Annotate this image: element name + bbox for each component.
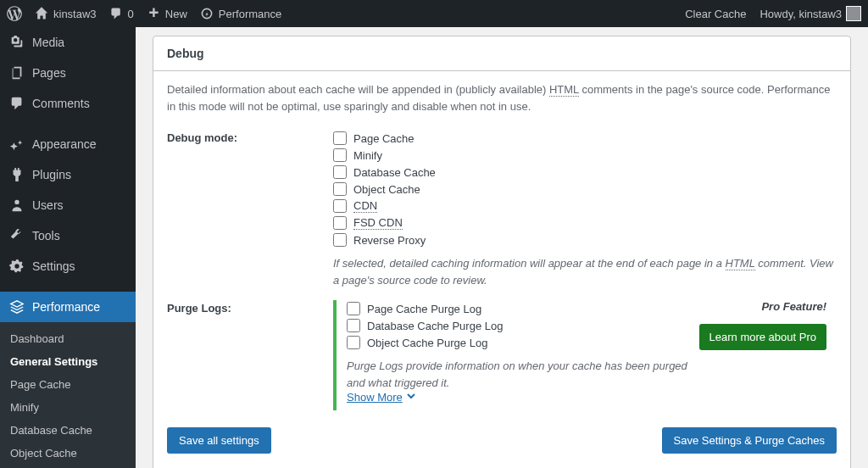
sidebar-item-label: Appearance: [32, 137, 97, 151]
checkbox-cdn[interactable]: [333, 199, 347, 213]
submenu-dashboard[interactable]: Dashboard: [0, 327, 136, 350]
home-icon: [34, 6, 49, 21]
new-label: New: [165, 8, 187, 20]
comments-icon: [8, 95, 25, 112]
wordpress-icon: [7, 6, 22, 21]
debug-mode-label: Debug mode:: [167, 130, 320, 144]
comments-count: 0: [128, 8, 134, 20]
new-link[interactable]: New: [146, 6, 187, 21]
sidebar-item-label: Performance: [32, 300, 100, 314]
sidebar-item-label: Plugins: [32, 168, 71, 181]
learn-more-pro-button[interactable]: Learn more about Pro: [699, 324, 826, 350]
submenu-general-settings[interactable]: General Settings: [0, 350, 136, 373]
tools-icon: [8, 227, 25, 244]
show-more-link[interactable]: Show More: [347, 391, 416, 404]
sidebar-item-label: Settings: [32, 259, 75, 273]
sidebar-item-users[interactable]: Users: [0, 190, 136, 220]
performance-label: Performance: [219, 8, 281, 20]
plus-icon: [146, 6, 161, 21]
pages-icon: [8, 64, 25, 81]
sidebar-item-settings[interactable]: Settings: [0, 251, 136, 281]
sidebar-item-label: Comments: [32, 97, 90, 110]
check-page-cache-purge[interactable]: Page Cache Purge Log: [347, 300, 826, 317]
pro-feature-tag: Pro Feature!: [761, 300, 826, 313]
sidebar-item-media[interactable]: Media: [0, 27, 136, 58]
debug-hint: If selected, detailed caching informatio…: [333, 255, 837, 288]
checkbox-minify[interactable]: [333, 148, 347, 162]
admin-topbar: kinstaw3 0 New Performance Clear Cache H…: [0, 0, 868, 27]
check-minify[interactable]: Minify: [333, 147, 837, 164]
check-database-cache[interactable]: Database Cache: [333, 164, 837, 181]
performance-menu-icon: [8, 298, 25, 315]
howdy-link[interactable]: Howdy, kinstaw3: [760, 6, 861, 21]
plugins-icon: [8, 166, 25, 183]
site-link[interactable]: kinstaw3: [34, 6, 97, 21]
performance-submenu: Dashboard General Settings Page Cache Mi…: [0, 322, 136, 468]
purge-logs-row: Purge Logs: Pro Feature! Learn more abou…: [167, 300, 837, 410]
wp-logo[interactable]: [7, 6, 22, 21]
performance-link[interactable]: Performance: [199, 6, 281, 21]
sidebar-item-comments[interactable]: Comments: [0, 88, 136, 119]
performance-icon: [199, 6, 214, 21]
clear-cache-link[interactable]: Clear Cache: [685, 8, 746, 20]
panel-title: Debug: [153, 36, 850, 71]
panel-description: Detailed information about each cache wi…: [167, 81, 837, 114]
content-area: Debug Detailed information about each ca…: [136, 27, 868, 468]
checkbox-page-cache[interactable]: [333, 131, 347, 145]
checkbox-reverse-proxy[interactable]: [333, 233, 347, 247]
media-icon: [8, 34, 25, 51]
sidebar-item-performance[interactable]: Performance: [0, 292, 136, 322]
appearance-icon: [8, 136, 25, 153]
debug-panel: Debug Detailed information about each ca…: [153, 36, 851, 468]
purge-logs-label: Purge Logs:: [167, 300, 320, 315]
chevron-down-icon: [406, 391, 416, 404]
sidebar-item-appearance[interactable]: Appearance: [0, 129, 136, 159]
sidebar-item-pages[interactable]: Pages: [0, 58, 136, 88]
howdy-text: Howdy, kinstaw3: [760, 8, 842, 20]
site-name: kinstaw3: [53, 8, 97, 20]
debug-mode-row: Debug mode: Page Cache Minify Database C…: [167, 130, 837, 288]
users-icon: [8, 197, 25, 214]
checkbox-object-cache[interactable]: [333, 182, 347, 196]
submenu-database-cache[interactable]: Database Cache: [0, 419, 136, 442]
html-abbr: HTML: [549, 83, 579, 97]
check-reverse-proxy[interactable]: Reverse Proxy: [333, 231, 837, 248]
submenu-browser-cache[interactable]: Browser Cache: [0, 465, 136, 468]
sidebar-item-tools[interactable]: Tools: [0, 220, 136, 251]
sidebar-item-label: Media: [32, 36, 64, 49]
checkbox-database-cache-purge[interactable]: [347, 319, 360, 332]
submenu-minify[interactable]: Minify: [0, 396, 136, 419]
action-buttons: Save all settings Save Settings & Purge …: [167, 427, 837, 454]
submenu-object-cache[interactable]: Object Cache: [0, 442, 136, 465]
purge-box: Pro Feature! Learn more about Pro Page C…: [333, 300, 837, 410]
avatar: [846, 6, 861, 21]
checkbox-database-cache[interactable]: [333, 165, 347, 179]
save-purge-button[interactable]: Save Settings & Purge Caches: [662, 427, 837, 454]
check-fsd-cdn[interactable]: FSD CDN: [333, 214, 837, 231]
checkbox-fsd-cdn[interactable]: [333, 216, 347, 230]
checkbox-object-cache-purge[interactable]: [347, 336, 360, 349]
sidebar-item-label: Pages: [32, 66, 66, 80]
checkbox-page-cache-purge[interactable]: [347, 302, 360, 315]
comment-icon: [108, 6, 124, 21]
settings-icon: [8, 258, 25, 275]
submenu-page-cache[interactable]: Page Cache: [0, 373, 136, 396]
sidebar-item-label: Users: [32, 198, 64, 212]
check-cdn[interactable]: CDN: [333, 198, 837, 214]
comments-link[interactable]: 0: [108, 6, 134, 21]
admin-sidebar: Media Pages Comments Appearance Plugins …: [0, 27, 136, 468]
sidebar-item-label: Tools: [32, 229, 60, 242]
check-page-cache[interactable]: Page Cache: [333, 130, 837, 147]
save-all-button[interactable]: Save all settings: [167, 427, 271, 454]
purge-hint: Purge Logs provide information on when y…: [347, 358, 703, 391]
sidebar-item-plugins[interactable]: Plugins: [0, 159, 136, 190]
check-object-cache[interactable]: Object Cache: [333, 181, 837, 198]
